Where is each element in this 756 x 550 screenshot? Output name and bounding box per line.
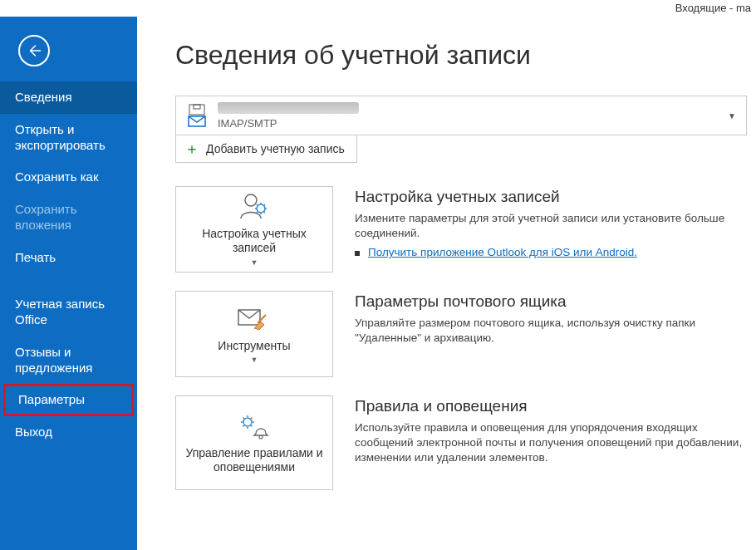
account-settings-button[interactable]: Настройка учетных записей ▼ <box>175 186 333 273</box>
account-icons <box>176 96 218 135</box>
nav-info[interactable]: Сведения <box>0 81 137 114</box>
svg-line-10 <box>264 212 266 214</box>
account-dropdown-trigger[interactable]: ▼ <box>718 96 746 135</box>
nav-open-export[interactable]: Открыть и экспортировать <box>0 114 137 162</box>
svg-point-14 <box>243 418 252 426</box>
card-title: Правила и оповещения <box>355 397 744 415</box>
nav-feedback[interactable]: Отзывы и предложения <box>0 336 137 385</box>
plus-icon: ＋ <box>184 141 199 156</box>
nav-label: Сохранить как <box>15 169 99 184</box>
nav-label: Печать <box>15 250 56 264</box>
card-title: Параметры почтового ящика <box>355 292 744 311</box>
card-text: Измените параметры для этой учетной запи… <box>355 211 744 241</box>
svg-line-9 <box>257 204 258 206</box>
svg-line-19 <box>243 418 245 420</box>
disk-icon <box>189 104 205 115</box>
svg-line-22 <box>243 425 245 427</box>
nav-label: Сведения <box>15 90 72 104</box>
arrow-left-icon <box>27 43 42 58</box>
card-button-label: Инструменты <box>218 339 290 353</box>
page-title: Сведения об учетной записи <box>175 40 748 71</box>
main-content: Сведения об учетной записи IMAP/SMTP ▼ <box>137 17 756 550</box>
svg-line-11 <box>264 204 266 206</box>
nav-options[interactable]: Параметры <box>3 384 134 416</box>
chevron-down-icon: ▼ <box>251 258 258 267</box>
svg-line-20 <box>251 425 253 427</box>
chevron-down-icon: ▼ <box>251 356 258 364</box>
nav-office-account[interactable]: Учетная запись Office <box>0 288 137 336</box>
account-selector[interactable]: IMAP/SMTP ▼ <box>175 96 747 135</box>
account-type: IMAP/SMTP <box>218 117 718 130</box>
nav-exit[interactable]: Выход <box>0 416 137 449</box>
nav-print[interactable]: Печать <box>0 242 137 274</box>
svg-point-3 <box>245 194 257 206</box>
mail-icon <box>188 115 206 127</box>
account-name-redacted <box>218 102 359 114</box>
add-account-label: Добавить учетную запись <box>206 142 345 155</box>
backstage-sidebar: Сведения Открыть и экспортировать Сохран… <box>0 17 137 550</box>
chevron-down-icon: ▼ <box>728 111 736 120</box>
tools-button[interactable]: Инструменты ▼ <box>175 291 333 377</box>
nav-label: Открыть и экспортировать <box>15 122 106 152</box>
svg-rect-0 <box>189 105 204 115</box>
outlook-mobile-link[interactable]: Получить приложение Outlook для iOS или … <box>368 246 637 258</box>
nav-save-as[interactable]: Сохранить как <box>0 161 137 194</box>
card-button-label: Управление правилами и оповещениями <box>184 446 324 474</box>
card-button-label: Настройка учетных записей <box>184 227 324 255</box>
svg-line-12 <box>257 212 258 214</box>
nav-save-attachments: Сохранить вложения <box>0 194 137 242</box>
nav-label: Выход <box>15 425 52 439</box>
card-text: Используйте правила и оповещения для упо… <box>355 420 744 466</box>
bullet-icon <box>355 251 360 256</box>
card-text: Управляйте размером почтового ящика, исп… <box>355 316 744 346</box>
nav-label: Параметры <box>18 392 85 406</box>
card-title: Настройка учетных записей <box>355 188 744 206</box>
user-gear-icon <box>238 192 271 222</box>
add-account-button[interactable]: ＋ Добавить учетную запись <box>175 135 357 163</box>
nav-label: Сохранить вложения <box>15 202 77 232</box>
gear-bell-icon <box>236 412 272 440</box>
nav-label: Учетная запись Office <box>15 297 105 327</box>
svg-rect-1 <box>194 105 200 109</box>
svg-line-21 <box>251 418 253 420</box>
mailbox-broom-icon <box>236 305 272 333</box>
rules-alerts-button[interactable]: Управление правилами и оповещениями <box>175 395 333 490</box>
back-button[interactable] <box>18 35 50 66</box>
svg-point-23 <box>259 435 263 439</box>
window-title: Входящие - ma <box>0 0 756 17</box>
nav-label: Отзывы и предложения <box>15 345 93 375</box>
